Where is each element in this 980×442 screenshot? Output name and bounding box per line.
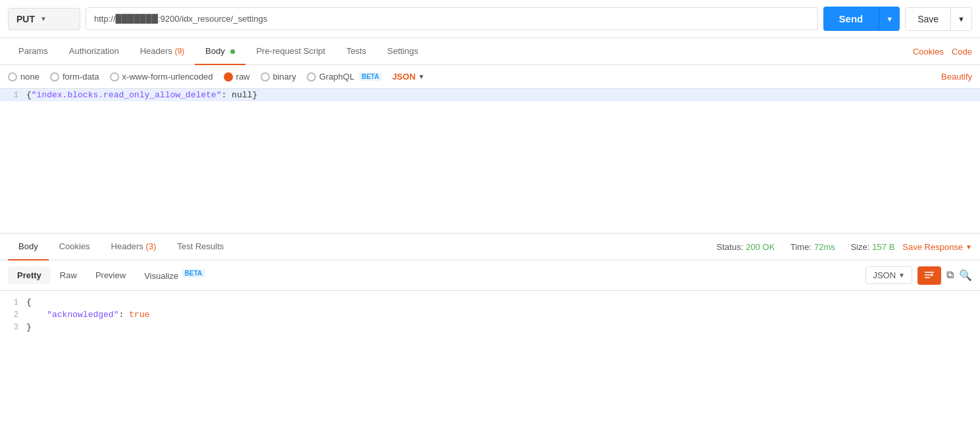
meta-separator-2	[842, 242, 844, 252]
radio-binary	[261, 72, 270, 82]
time-label: Time:	[790, 242, 812, 252]
resp-line-2: 2 "acknowledged": true	[0, 308, 980, 321]
tab-headers[interactable]: Headers (9)	[130, 38, 195, 65]
response-format-label: JSON	[873, 270, 896, 280]
code-line-1: 1 {"index.blocks.read_only_allow_delete"…	[0, 89, 980, 101]
option-raw-label: raw	[236, 72, 250, 82]
send-button[interactable]: Send	[823, 7, 879, 31]
body-options-bar: none form-data x-www-form-urlencoded raw…	[0, 65, 980, 89]
resp-linenum-2: 2	[0, 310, 26, 320]
code-content-1: {"index.blocks.read_only_allow_delete": …	[26, 90, 980, 100]
resp-headers-badge: (3)	[145, 241, 156, 251]
resp-line-1: 1 {	[0, 296, 980, 308]
tab-body-label: Body	[205, 46, 225, 56]
option-none[interactable]: none	[8, 72, 39, 82]
wrap-icon	[924, 271, 935, 280]
resp-headers-label: Headers	[111, 241, 146, 251]
save-button[interactable]: Save	[906, 8, 950, 30]
tab-authorization[interactable]: Authorization	[59, 38, 130, 65]
option-form-data[interactable]: form-data	[50, 72, 99, 82]
tab-params[interactable]: Params	[8, 38, 59, 65]
resp-tab-cookies[interactable]: Cookies	[49, 233, 101, 260]
request-body-editor[interactable]: 1 {"index.blocks.read_only_allow_delete"…	[0, 89, 980, 233]
tab-actions: Cookies Code	[913, 39, 972, 64]
size-label: Size:	[850, 242, 869, 252]
tab-headers-label: Headers	[140, 46, 175, 56]
time-value: 72ms	[814, 242, 835, 252]
method-select[interactable]: PUT ▼	[8, 8, 80, 30]
tab-body[interactable]: Body	[195, 38, 245, 65]
option-binary-label: binary	[273, 72, 296, 82]
resp-tab-body[interactable]: Body	[8, 233, 49, 260]
size-value: 157 B	[872, 242, 894, 252]
json-format-select[interactable]: JSON ▼	[392, 72, 425, 82]
option-urlencoded-label: x-www-form-urlencoded	[122, 72, 213, 82]
tab-tests[interactable]: Tests	[336, 38, 376, 65]
resp-tab-test-results[interactable]: Test Results	[167, 233, 234, 260]
radio-raw	[224, 72, 233, 82]
option-binary[interactable]: binary	[261, 72, 296, 82]
option-graphql-label: GraphQL	[319, 72, 354, 82]
tab-headers-badge: (9)	[174, 47, 184, 56]
save-response-button[interactable]: Save Response ▼	[894, 234, 972, 260]
send-dropdown-button[interactable]: ▼	[879, 7, 900, 31]
radio-urlencoded	[110, 72, 119, 82]
resp-linenum-1: 1	[0, 297, 26, 307]
viewer-tab-preview[interactable]: Preview	[86, 266, 135, 284]
url-input[interactable]	[86, 7, 818, 30]
viewer-tab-raw[interactable]: Raw	[51, 266, 86, 284]
beautify-button[interactable]: Beautify	[941, 72, 972, 82]
option-urlencoded[interactable]: x-www-form-urlencoded	[110, 72, 213, 82]
graphql-beta-badge: BETA	[359, 72, 381, 81]
resp-tab-headers[interactable]: Headers (3)	[101, 233, 167, 260]
option-raw[interactable]: raw	[224, 72, 250, 82]
method-chevron-icon: ▼	[40, 15, 47, 22]
tab-prerequest[interactable]: Pre-request Script	[245, 38, 336, 65]
json-format-label: JSON	[392, 72, 415, 82]
viewer-action-icons: ⧉ 🔍	[946, 269, 972, 282]
body-active-dot	[230, 49, 235, 54]
response-tabs: Body Cookies Headers (3) Test Results St…	[0, 233, 980, 260]
radio-graphql	[307, 72, 316, 82]
save-dropdown-button[interactable]: ▼	[950, 8, 971, 30]
search-icon[interactable]: 🔍	[959, 269, 972, 282]
radio-none	[8, 72, 17, 82]
resp-code-1: {	[26, 297, 980, 307]
response-viewer-bar: Pretty Raw Preview Visualize BETA JSON ▼…	[0, 260, 980, 291]
request-tabs: Params Authorization Headers (9) Body Pr…	[0, 38, 980, 65]
response-body-content: 1 { 2 "acknowledged": true 3 }	[0, 291, 980, 339]
response-meta: Status: 200 OK Time: 72ms Size: 157 B	[717, 242, 895, 252]
save-btn-group: Save ▼	[905, 7, 972, 31]
radio-form-data	[50, 72, 59, 82]
status-label: Status:	[717, 242, 743, 252]
code-link[interactable]: Code	[952, 39, 972, 64]
resp-linenum-3: 3	[0, 322, 26, 332]
response-format-select[interactable]: JSON ▼	[865, 266, 912, 284]
request-bar: PUT ▼ Send ▼ Save ▼	[0, 0, 980, 38]
visualize-label: Visualize	[144, 271, 178, 281]
wrap-button[interactable]	[917, 266, 941, 285]
visualize-beta-badge: BETA	[182, 269, 205, 278]
meta-separator-1	[781, 242, 784, 252]
response-section: Body Cookies Headers (3) Test Results St…	[0, 233, 980, 339]
copy-icon[interactable]: ⧉	[946, 269, 954, 282]
option-form-data-label: form-data	[63, 72, 99, 82]
viewer-tab-pretty[interactable]: Pretty	[8, 266, 51, 284]
save-response-label: Save Response	[902, 242, 963, 252]
line-number-1: 1	[0, 90, 26, 100]
tab-settings[interactable]: Settings	[376, 38, 428, 65]
cookies-link[interactable]: Cookies	[913, 39, 944, 64]
response-format-chevron: ▼	[898, 272, 905, 279]
option-none-label: none	[20, 72, 39, 82]
resp-code-2: "acknowledged": true	[26, 310, 980, 320]
viewer-tab-visualize[interactable]: Visualize BETA	[135, 266, 214, 285]
resp-line-3: 3 }	[0, 321, 980, 333]
status-value: 200 OK	[746, 242, 775, 252]
option-graphql[interactable]: GraphQL BETA	[307, 72, 382, 82]
json-format-chevron: ▼	[418, 73, 425, 80]
save-response-chevron-icon: ▼	[966, 243, 972, 251]
send-btn-group: Send ▼	[823, 7, 900, 31]
method-label: PUT	[16, 14, 35, 24]
resp-code-3: }	[26, 322, 980, 332]
